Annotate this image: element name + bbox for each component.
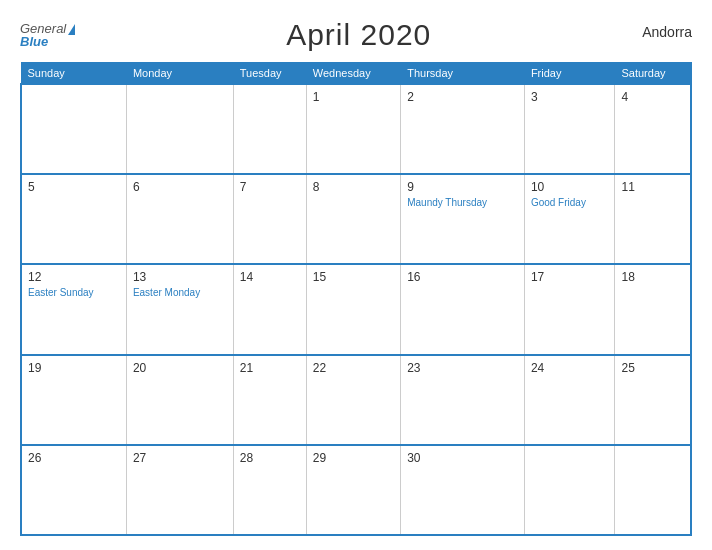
header-sunday: Sunday — [21, 63, 126, 85]
calendar-cell: 23 — [401, 355, 525, 445]
calendar-cell: 22 — [306, 355, 400, 445]
day-number: 25 — [621, 361, 684, 375]
calendar-cell: 3 — [524, 84, 615, 174]
day-number: 7 — [240, 180, 300, 194]
calendar-cell: 26 — [21, 445, 126, 535]
calendar-cell: 18 — [615, 264, 691, 354]
day-number: 18 — [621, 270, 684, 284]
day-number: 29 — [313, 451, 394, 465]
calendar-week-row: 12Easter Sunday13Easter Monday1415161718 — [21, 264, 691, 354]
calendar-cell — [126, 84, 233, 174]
country-label: Andorra — [642, 24, 692, 40]
day-number: 30 — [407, 451, 518, 465]
calendar-cell: 10Good Friday — [524, 174, 615, 264]
day-number: 22 — [313, 361, 394, 375]
holiday-label: Good Friday — [531, 196, 609, 209]
day-number: 19 — [28, 361, 120, 375]
day-number: 11 — [621, 180, 684, 194]
calendar-cell: 13Easter Monday — [126, 264, 233, 354]
header-monday: Monday — [126, 63, 233, 85]
day-number: 14 — [240, 270, 300, 284]
calendar-cell: 27 — [126, 445, 233, 535]
calendar-cell: 7 — [233, 174, 306, 264]
calendar-week-row: 56789Maundy Thursday10Good Friday11 — [21, 174, 691, 264]
calendar-cell: 29 — [306, 445, 400, 535]
logo: General Blue — [20, 22, 75, 48]
calendar-cell: 4 — [615, 84, 691, 174]
holiday-label: Maundy Thursday — [407, 196, 518, 209]
calendar-cell: 28 — [233, 445, 306, 535]
calendar-cell — [21, 84, 126, 174]
calendar-cell: 2 — [401, 84, 525, 174]
calendar-cell: 8 — [306, 174, 400, 264]
calendar-page: General Blue April 2020 Andorra Sunday M… — [0, 0, 712, 550]
day-number: 13 — [133, 270, 227, 284]
holiday-label: Easter Monday — [133, 286, 227, 299]
calendar-cell: 11 — [615, 174, 691, 264]
day-number: 9 — [407, 180, 518, 194]
calendar-week-row: 2627282930 — [21, 445, 691, 535]
day-number: 20 — [133, 361, 227, 375]
day-number: 1 — [313, 90, 394, 104]
day-number: 3 — [531, 90, 609, 104]
calendar-cell: 1 — [306, 84, 400, 174]
day-number: 6 — [133, 180, 227, 194]
day-number: 16 — [407, 270, 518, 284]
day-number: 17 — [531, 270, 609, 284]
logo-blue-text: Blue — [20, 35, 75, 48]
calendar-week-row: 1234 — [21, 84, 691, 174]
header-thursday: Thursday — [401, 63, 525, 85]
header-friday: Friday — [524, 63, 615, 85]
day-number: 26 — [28, 451, 120, 465]
calendar-cell — [233, 84, 306, 174]
day-number: 8 — [313, 180, 394, 194]
day-number: 28 — [240, 451, 300, 465]
header-wednesday: Wednesday — [306, 63, 400, 85]
day-number: 15 — [313, 270, 394, 284]
calendar-week-row: 19202122232425 — [21, 355, 691, 445]
header-tuesday: Tuesday — [233, 63, 306, 85]
day-number: 4 — [621, 90, 684, 104]
header: General Blue April 2020 Andorra — [20, 18, 692, 52]
calendar-cell: 12Easter Sunday — [21, 264, 126, 354]
holiday-label: Easter Sunday — [28, 286, 120, 299]
month-title: April 2020 — [286, 18, 431, 52]
day-number: 24 — [531, 361, 609, 375]
calendar-cell — [524, 445, 615, 535]
day-number: 12 — [28, 270, 120, 284]
calendar-cell: 5 — [21, 174, 126, 264]
calendar-cell: 19 — [21, 355, 126, 445]
calendar-cell: 6 — [126, 174, 233, 264]
day-number: 27 — [133, 451, 227, 465]
day-number: 2 — [407, 90, 518, 104]
weekday-header-row: Sunday Monday Tuesday Wednesday Thursday… — [21, 63, 691, 85]
calendar-cell: 9Maundy Thursday — [401, 174, 525, 264]
calendar-table: Sunday Monday Tuesday Wednesday Thursday… — [20, 62, 692, 536]
day-number: 5 — [28, 180, 120, 194]
calendar-cell: 30 — [401, 445, 525, 535]
day-number: 21 — [240, 361, 300, 375]
calendar-cell: 15 — [306, 264, 400, 354]
calendar-cell: 14 — [233, 264, 306, 354]
calendar-cell: 16 — [401, 264, 525, 354]
calendar-cell — [615, 445, 691, 535]
calendar-cell: 24 — [524, 355, 615, 445]
logo-triangle-icon — [68, 24, 75, 35]
calendar-cell: 20 — [126, 355, 233, 445]
header-saturday: Saturday — [615, 63, 691, 85]
day-number: 23 — [407, 361, 518, 375]
day-number: 10 — [531, 180, 609, 194]
calendar-cell: 21 — [233, 355, 306, 445]
calendar-cell: 25 — [615, 355, 691, 445]
calendar-cell: 17 — [524, 264, 615, 354]
